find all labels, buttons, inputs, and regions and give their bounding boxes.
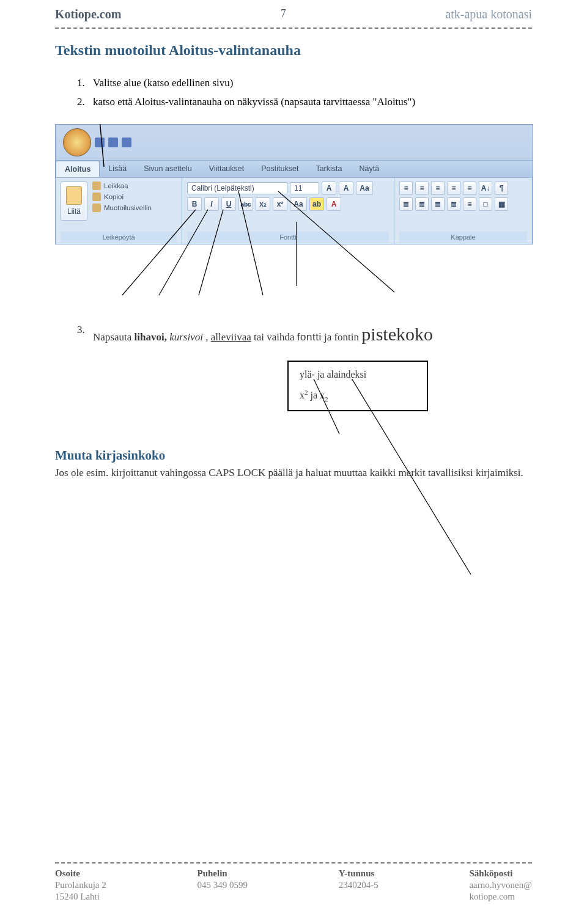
section-2-text: Jos ole esim. kirjoittanut vahingossa CA…	[55, 467, 532, 479]
footer-label-3: Sähköposti	[469, 868, 532, 879]
font-size-select[interactable]: 11	[290, 182, 319, 194]
change-case-button[interactable]: Aa	[356, 182, 373, 195]
step-2-text: katso että Aloitus-valintanauha on näkyv…	[93, 95, 532, 110]
group-paragraph-label: Kappale	[399, 232, 527, 243]
quick-access-toolbar	[95, 138, 131, 147]
format-painter-button[interactable]: Muotoilusivellin	[92, 204, 152, 212]
header-left: Kotiope.com	[55, 7, 121, 21]
tab-postitukset[interactable]: Postitukset	[253, 161, 307, 177]
page-title: Tekstin muotoilut Aloitus-valintanauha	[55, 42, 532, 59]
tab-lisaa[interactable]: Lisää	[100, 161, 135, 177]
outdent-button[interactable]: ≡	[447, 182, 460, 195]
copy-icon	[92, 193, 101, 201]
step-2-num: 2.	[77, 95, 93, 110]
subscript-button[interactable]: x₂	[256, 197, 270, 211]
tab-nayta[interactable]: Näytä	[350, 161, 388, 177]
brush-icon	[92, 204, 101, 212]
tab-asettelu[interactable]: Sivun asettelu	[135, 161, 201, 177]
step-3: 3. Napsauta lihavoi, kursivoi , alleviiv…	[77, 324, 532, 345]
footer-label-1: Puhelin	[197, 868, 248, 879]
step-3-num: 3.	[77, 324, 93, 345]
align-right-button[interactable]: ≣	[431, 197, 445, 211]
tab-tarkista[interactable]: Tarkista	[307, 161, 350, 177]
ribbon-screenshot: Aloitus Lisää Sivun asettelu Viittaukset…	[55, 124, 532, 244]
indent-button[interactable]: ≡	[463, 182, 476, 195]
grow-font-button[interactable]: A	[322, 182, 336, 195]
align-left-button[interactable]: ≣	[399, 197, 413, 211]
bullets-button[interactable]: ≡	[399, 182, 413, 195]
footer-label-2: Y-tunnus	[339, 868, 378, 879]
align-center-button[interactable]: ≣	[415, 197, 429, 211]
footer-label-0: Osoite	[55, 868, 106, 879]
change-case-button-2[interactable]: Aa	[290, 197, 307, 211]
italic-button[interactable]: I	[204, 197, 219, 211]
header-divider	[55, 28, 532, 29]
section-2-title: Muuta kirjasinkoko	[55, 448, 532, 463]
show-marks-button[interactable]: ¶	[495, 182, 508, 195]
header-page-number: 7	[281, 7, 286, 21]
numbering-button[interactable]: ≡	[415, 182, 429, 195]
ribbon-tabs: Aloitus Lisää Sivun asettelu Viittaukset…	[56, 160, 533, 177]
sort-button[interactable]: A↓	[479, 182, 492, 195]
scissors-icon	[92, 182, 101, 190]
multilevel-button[interactable]: ≡	[431, 182, 445, 195]
copy-button[interactable]: Kopioi	[92, 193, 152, 201]
page-footer: OsoitePurolankuja 215240 Lahti Puhelin04…	[55, 856, 532, 902]
superscript-button[interactable]: x²	[273, 197, 287, 211]
office-button-icon	[63, 128, 91, 156]
index-callout-box: ylä- ja alaindeksi x2 ja x2	[287, 361, 428, 411]
callout-lines-2	[55, 379, 532, 623]
header-right: atk-apua kotonasi	[445, 7, 532, 21]
tab-aloitus[interactable]: Aloitus	[56, 161, 100, 177]
step-1-num: 1.	[77, 76, 93, 91]
highlight-button[interactable]: ab	[309, 197, 324, 211]
callout-formula: x2 ja x2	[300, 389, 416, 403]
page-header: Kotiope.com 7 atk-apua kotonasi	[55, 0, 532, 21]
shading-button[interactable]: □	[479, 197, 492, 211]
strikethrough-button[interactable]: abc	[238, 197, 253, 211]
shrink-font-button[interactable]: A	[339, 182, 353, 195]
bold-button[interactable]: B	[187, 197, 202, 211]
group-font-label: Fontti	[187, 232, 389, 243]
step-3-text: Napsauta lihavoi, kursivoi , alleviivaa …	[93, 324, 532, 345]
paste-icon	[66, 186, 82, 205]
borders-button[interactable]: ▦	[495, 197, 508, 211]
line-spacing-button[interactable]: ≡	[463, 197, 476, 211]
step-list: 1.Valitse alue (katso edellinen sivu) 2.…	[77, 76, 532, 109]
callout-line-1: ylä- ja alaindeksi	[300, 369, 416, 380]
cut-button[interactable]: Leikkaa	[92, 182, 152, 190]
justify-button[interactable]: ≣	[447, 197, 460, 211]
underline-button[interactable]: U	[221, 197, 236, 211]
tab-viittaukset[interactable]: Viittaukset	[201, 161, 253, 177]
font-name-select[interactable]: Calibri (Leipäteksti)	[187, 182, 287, 194]
group-clipboard-label: Leikepöytä	[61, 232, 177, 243]
paste-button[interactable]: Liitä	[61, 182, 87, 221]
font-color-button[interactable]: A	[327, 197, 341, 211]
step-1-text: Valitse alue (katso edellinen sivu)	[93, 76, 532, 91]
